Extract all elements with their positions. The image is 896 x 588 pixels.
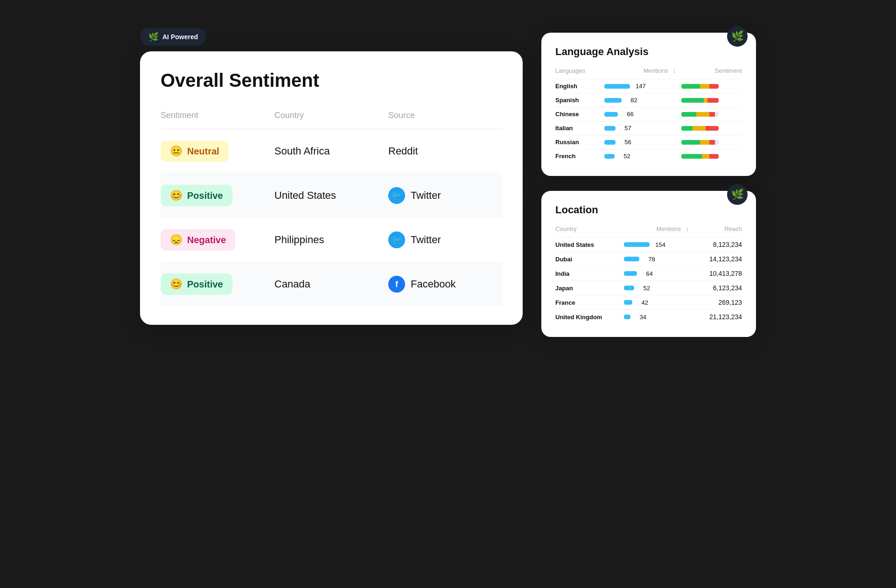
mentions-count: 57 <box>618 125 631 132</box>
twitter-icon: 🐦 <box>388 231 405 248</box>
col-country: Country <box>274 111 388 120</box>
card-leaf-icon: 🌿 <box>727 26 748 47</box>
lang-name: English <box>555 79 604 93</box>
country-cell: South Africa <box>274 145 388 157</box>
list-item: English 147 <box>555 79 742 93</box>
loc-mentions-count: 78 <box>642 256 655 263</box>
source-label: Facebook <box>411 278 456 290</box>
loc-mentions-count: 64 <box>640 270 653 277</box>
reach-value: 8,123,234 <box>694 238 742 252</box>
sentiment-bar <box>681 140 719 145</box>
table-header: Sentiment Country Source <box>161 106 502 129</box>
sentiment-emoji: 😊 <box>170 278 182 290</box>
source-cell: 🐦 Twitter <box>388 231 502 248</box>
list-item: Japan 52 6,123,234 <box>555 281 742 295</box>
location-table: Country Mentions ↕ Reach United States 1… <box>555 225 742 324</box>
mentions-count: 66 <box>621 111 634 118</box>
table-row: 😊 Positive United States 🐦 Twitter <box>161 174 502 218</box>
loc-country-name: France <box>555 295 624 310</box>
loc-mentions-count: 34 <box>633 314 646 321</box>
list-item: United Kingdom 34 21,123,234 <box>555 310 742 324</box>
loc-country-name: United States <box>555 238 624 252</box>
page-title: Overall Sentiment <box>161 70 502 91</box>
lang-col-sort[interactable]: ↕ <box>672 67 681 79</box>
lang-name: Italian <box>555 121 604 135</box>
sentiment-bar <box>681 154 719 159</box>
source-label: Reddit <box>388 145 418 157</box>
loc-mentions-count: 52 <box>637 285 650 292</box>
reach-value: 6,123,234 <box>694 281 742 295</box>
loc-country-name: United Kingdom <box>555 310 624 324</box>
loc-country-name: Dubai <box>555 252 624 266</box>
lang-name: Russian <box>555 135 604 149</box>
source-label: Twitter <box>411 189 441 202</box>
sentiment-label: Negative <box>187 235 226 245</box>
language-analysis-title: Language Analysis <box>555 46 742 58</box>
source-cell: Reddit <box>388 145 502 157</box>
sentiment-badge: 😞 Negative <box>161 229 235 251</box>
list-item: French 52 <box>555 149 742 163</box>
sentiment-badge: 😊 Positive <box>161 273 232 295</box>
sentiment-label: Neutral <box>187 146 219 157</box>
lang-name: French <box>555 149 604 163</box>
loc-mentions-count: 42 <box>635 299 648 306</box>
reach-value: 14,123,234 <box>694 252 742 266</box>
list-item: Chinese 66 <box>555 107 742 121</box>
col-sentiment: Sentiment <box>161 111 274 120</box>
ai-badge: 🌿 AI Powered <box>140 28 206 46</box>
lang-name: Chinese <box>555 107 604 121</box>
sentiment-emoji: 😞 <box>170 234 182 246</box>
lang-col-languages: Languages <box>555 67 604 79</box>
sentiment-emoji: 😐 <box>170 145 182 157</box>
reach-value: 10,413,278 <box>694 266 742 281</box>
mentions-count: 52 <box>617 153 630 160</box>
mentions-count: 56 <box>618 139 631 146</box>
table-row: 😊 Positive Canada f Facebook <box>161 262 502 306</box>
source-cell: 🐦 Twitter <box>388 187 502 204</box>
sentiment-badge: 😊 Positive <box>161 185 232 206</box>
facebook-icon: f <box>388 276 405 293</box>
list-item: India 64 10,413,278 <box>555 266 742 281</box>
loc-mentions-count: 154 <box>652 241 665 248</box>
list-item: Russian 56 <box>555 135 742 149</box>
loc-col-reach: Reach <box>694 225 742 238</box>
sentiment-bar <box>681 98 719 103</box>
lang-col-mentions: Mentions <box>604 67 672 79</box>
reach-value: 21,123,234 <box>694 310 742 324</box>
list-item: United States 154 8,123,234 <box>555 238 742 252</box>
sentiment-emoji: 😊 <box>170 189 182 202</box>
location-title: Location <box>555 204 742 216</box>
lang-name: Spanish <box>555 93 604 107</box>
sentiment-badge: 😐 Neutral <box>161 140 229 162</box>
mentions-count: 147 <box>633 83 646 90</box>
sentiment-label: Positive <box>187 190 223 201</box>
sentiment-label: Positive <box>187 279 223 290</box>
sentiment-bar <box>681 126 719 131</box>
list-item: Dubai 78 14,123,234 <box>555 252 742 266</box>
leaf-icon: 🌿 <box>148 32 159 42</box>
country-cell: Philippines <box>274 234 388 246</box>
language-table: Languages Mentions ↕ Sentiment English 1… <box>555 67 742 163</box>
location-card-leaf-icon: 🌿 <box>727 184 748 205</box>
mentions-count: 82 <box>624 97 637 104</box>
source-cell: f Facebook <box>388 276 502 293</box>
loc-country-name: India <box>555 266 624 281</box>
sentiment-table-body: 😐 Neutral South Africa Reddit 😊 Positive… <box>161 129 502 306</box>
country-cell: Canada <box>274 278 388 290</box>
table-row: 😞 Negative Philippines 🐦 Twitter <box>161 218 502 262</box>
country-cell: United States <box>274 189 388 202</box>
source-label: Twitter <box>411 234 441 246</box>
loc-col-mentions: Mentions <box>624 225 685 238</box>
left-panel: 🌿 AI Powered Overall Sentiment Sentiment… <box>140 28 523 325</box>
location-card: 🌿 Location Country Mentions ↕ Reach Unit… <box>541 191 756 337</box>
twitter-icon: 🐦 <box>388 187 405 204</box>
sentiment-bar <box>681 84 719 89</box>
list-item: Spanish 82 <box>555 93 742 107</box>
loc-col-country: Country <box>555 225 624 238</box>
sentiment-card: Overall Sentiment Sentiment Country Sour… <box>140 51 523 325</box>
list-item: Italian 57 <box>555 121 742 135</box>
list-item: France 42 269,123 <box>555 295 742 310</box>
table-row: 😐 Neutral South Africa Reddit <box>161 129 502 174</box>
loc-col-sort[interactable]: ↕ <box>685 225 694 238</box>
language-analysis-card: 🌿 Language Analysis Languages Mentions ↕… <box>541 33 756 176</box>
